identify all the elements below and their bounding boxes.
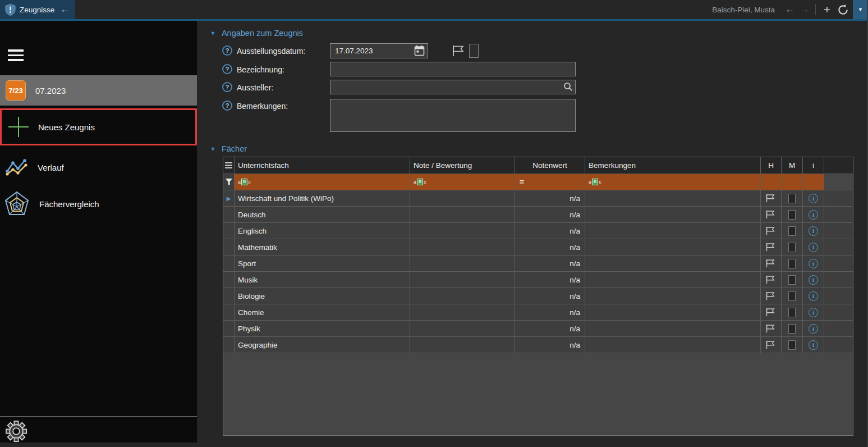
table-row[interactable]: Sport n/a i <box>223 256 853 272</box>
cell-note-bewertung[interactable] <box>410 256 515 271</box>
cell-i[interactable]: i <box>803 207 824 222</box>
table-row[interactable]: Physik n/a i <box>223 321 853 337</box>
cell-notenwert[interactable]: n/a <box>515 207 585 222</box>
cell-unterrichtsfach[interactable]: Physik <box>235 321 410 336</box>
help-icon[interactable]: ? <box>222 101 232 111</box>
cell-bemerkungen[interactable] <box>585 207 761 222</box>
cell-unterrichtsfach[interactable]: Deutsch <box>235 207 410 222</box>
flag-icon[interactable] <box>766 210 776 219</box>
flag-icon[interactable] <box>766 291 776 300</box>
flag-checkbox[interactable] <box>469 44 479 58</box>
flag-icon[interactable] <box>766 226 776 235</box>
calendar-icon[interactable] <box>414 45 425 56</box>
cell-i[interactable]: i <box>803 321 824 336</box>
dropdown-button[interactable]: ▼ <box>853 0 868 19</box>
info-icon[interactable]: i <box>809 243 818 252</box>
cell-note-bewertung[interactable] <box>410 272 515 288</box>
table-row[interactable]: Deutsch n/a i <box>223 207 853 223</box>
remarks-textarea[interactable] <box>330 99 576 132</box>
checkbox[interactable] <box>788 308 796 317</box>
table-row[interactable]: Biologie n/a i <box>223 288 853 304</box>
cell-h[interactable] <box>761 256 782 271</box>
checkbox[interactable] <box>788 275 796 285</box>
cell-unterrichtsfach[interactable]: Sport <box>235 256 410 271</box>
info-icon[interactable]: i <box>809 308 818 317</box>
flag-icon[interactable] <box>766 259 776 268</box>
cell-m[interactable] <box>782 223 803 239</box>
help-icon[interactable]: ? <box>222 64 232 74</box>
info-icon[interactable]: i <box>809 291 818 301</box>
cell-note-bewertung[interactable] <box>410 239 515 255</box>
checkbox[interactable] <box>788 259 796 268</box>
table-row[interactable]: Geographie n/a i <box>223 337 853 353</box>
column-header-i[interactable]: i <box>803 157 824 174</box>
add-icon[interactable]: + <box>819 3 835 16</box>
info-icon[interactable]: i <box>809 340 818 350</box>
nav-back-icon[interactable]: ← <box>783 4 797 15</box>
issue-date-input[interactable] <box>330 43 428 58</box>
cell-note-bewertung[interactable] <box>410 288 515 304</box>
tab-zeugnisse[interactable]: Zeugnisse ← <box>0 0 75 19</box>
cell-i[interactable]: i <box>803 272 824 288</box>
cell-note-bewertung[interactable] <box>410 321 515 336</box>
cell-h[interactable] <box>761 272 782 288</box>
collapse-triangle-icon[interactable]: ▼ <box>210 30 216 37</box>
cell-m[interactable] <box>782 288 803 304</box>
cell-bemerkungen[interactable] <box>585 321 761 336</box>
filter-cell-h[interactable] <box>761 174 782 190</box>
cell-unterrichtsfach[interactable]: Wirtschaft und Politik (WiPo) <box>235 190 410 206</box>
cell-m[interactable] <box>782 190 803 206</box>
filter-cell-notenwert[interactable]: = <box>515 174 585 190</box>
column-header-m[interactable]: M <box>782 157 803 174</box>
flag-icon[interactable] <box>766 194 776 203</box>
filter-cell-m[interactable] <box>782 174 803 190</box>
info-icon[interactable]: i <box>809 226 818 236</box>
search-icon[interactable] <box>563 82 573 92</box>
cell-h[interactable] <box>761 239 782 255</box>
cell-h[interactable] <box>761 337 782 353</box>
cell-h[interactable] <box>761 207 782 222</box>
cell-h[interactable] <box>761 288 782 304</box>
cell-m[interactable] <box>782 272 803 288</box>
table-row[interactable]: Mathematik n/a i <box>223 239 853 256</box>
table-row[interactable]: Englisch n/a i <box>223 223 853 239</box>
cell-bemerkungen[interactable] <box>585 337 761 353</box>
cell-unterrichtsfach[interactable]: Englisch <box>235 223 410 239</box>
cell-m[interactable] <box>782 207 803 222</box>
cell-m[interactable] <box>782 337 803 353</box>
cell-h[interactable] <box>761 321 782 336</box>
cell-m[interactable] <box>782 256 803 271</box>
flag-icon[interactable] <box>766 243 776 252</box>
filter-cell-bemerkungen[interactable]: aBc <box>585 174 761 190</box>
cell-h[interactable] <box>761 190 782 206</box>
cell-notenwert[interactable]: n/a <box>515 288 585 304</box>
column-header-h[interactable]: H <box>761 157 782 174</box>
cell-bemerkungen[interactable] <box>585 190 761 206</box>
info-icon[interactable]: i <box>809 259 818 268</box>
cell-note-bewertung[interactable] <box>410 223 515 239</box>
info-icon[interactable]: i <box>809 275 818 285</box>
checkbox[interactable] <box>788 340 796 350</box>
cell-i[interactable]: i <box>803 223 824 239</box>
info-icon[interactable]: i <box>809 210 818 220</box>
tab-back-icon[interactable]: ← <box>60 4 70 15</box>
flag-icon[interactable] <box>452 45 466 57</box>
checkbox[interactable] <box>788 210 796 220</box>
cell-m[interactable] <box>782 321 803 336</box>
flag-icon[interactable] <box>766 275 776 284</box>
cell-note-bewertung[interactable] <box>410 207 515 222</box>
column-header-notenwert[interactable]: Notenwert <box>515 157 585 174</box>
cell-unterrichtsfach[interactable]: Chemie <box>235 304 410 320</box>
cell-i[interactable]: i <box>803 256 824 271</box>
column-header-bemerkungen[interactable]: Bemerkungen <box>585 157 761 174</box>
sidebar-item-neues-zeugnis[interactable]: Neues Zeugnis <box>0 108 197 145</box>
designation-input[interactable] <box>330 62 576 76</box>
sidebar-item-period[interactable]: 7/23 07.2023 <box>0 75 197 106</box>
cell-notenwert[interactable]: n/a <box>515 239 585 255</box>
cell-i[interactable]: i <box>803 239 824 255</box>
cell-h[interactable] <box>761 304 782 320</box>
table-row[interactable]: Chemie n/a i <box>223 304 853 321</box>
cell-bemerkungen[interactable] <box>585 304 761 320</box>
cell-i[interactable]: i <box>803 337 824 353</box>
cell-notenwert[interactable]: n/a <box>515 337 585 353</box>
